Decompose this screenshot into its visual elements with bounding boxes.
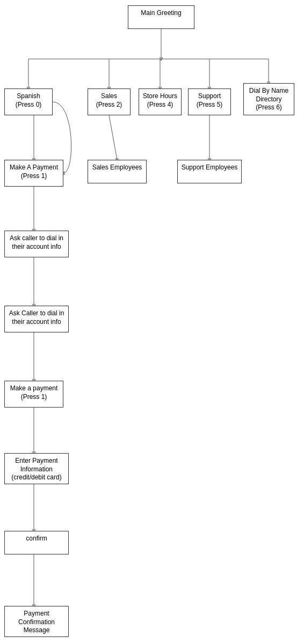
make-payment-1-label: Make A Payment(Press 1) <box>10 164 58 180</box>
ask-caller-1-label: Ask caller to dial intheir account info <box>10 234 63 250</box>
support-employees-node[interactable]: Support Employees <box>177 160 242 183</box>
ask-caller-2-node[interactable]: Ask Caller to dial intheir account info <box>4 306 69 332</box>
flowchart-diagram: Main Greeting Spanish(Press 0) Sales(Pre… <box>0 0 304 644</box>
confirm-node[interactable]: confirm <box>4 531 69 554</box>
sales-node[interactable]: Sales(Press 2) <box>88 88 131 115</box>
dial-by-name-label: Dial By NameDirectory(Press 6) <box>249 87 288 111</box>
ask-caller-2-label: Ask Caller to dial intheir account info <box>9 309 64 325</box>
support-label: Support(Press 5) <box>197 92 223 108</box>
payment-confirmation-label: Payment ConfirmationMessage <box>18 610 55 634</box>
confirm-label: confirm <box>26 535 47 542</box>
main-greeting-node[interactable]: Main Greeting <box>128 5 194 29</box>
enter-payment-label: Enter PaymentInformation(credit/debit ca… <box>11 457 61 481</box>
sales-employees-node[interactable]: Sales Employees <box>88 160 147 183</box>
sales-employees-label: Sales Employees <box>92 164 142 171</box>
support-node[interactable]: Support(Press 5) <box>188 88 231 115</box>
ask-caller-1-node[interactable]: Ask caller to dial intheir account info <box>4 231 69 257</box>
support-employees-label: Support Employees <box>182 164 238 171</box>
make-payment-2-label: Make a payment(Press 1) <box>10 384 58 401</box>
make-payment-2-node[interactable]: Make a payment(Press 1) <box>4 381 63 408</box>
enter-payment-node[interactable]: Enter PaymentInformation(credit/debit ca… <box>4 453 69 484</box>
sales-label: Sales(Press 2) <box>96 92 122 108</box>
dial-by-name-node[interactable]: Dial By NameDirectory(Press 6) <box>243 83 294 115</box>
store-hours-node[interactable]: Store Hours(Press 4) <box>139 88 182 115</box>
spanish-node[interactable]: Spanish(Press 0) <box>4 88 53 115</box>
spanish-label: Spanish(Press 0) <box>16 92 42 108</box>
svg-line-8 <box>109 115 117 160</box>
make-payment-1-node[interactable]: Make A Payment(Press 1) <box>4 160 63 187</box>
store-hours-label: Store Hours(Press 4) <box>143 92 177 108</box>
payment-confirmation-node[interactable]: Payment ConfirmationMessage <box>4 606 69 637</box>
